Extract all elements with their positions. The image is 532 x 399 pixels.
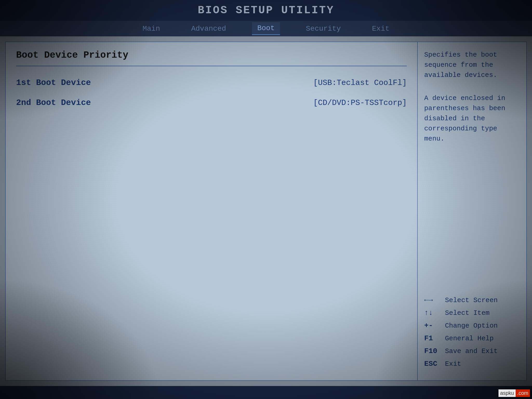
nav-bar: Main Advanced Boot Security Exit [0, 21, 532, 36]
boot-item-2-label: 2nd Boot Device [16, 98, 91, 108]
header-bar: BIOS SETUP UTILITY [0, 0, 532, 21]
key-f10: F10 [424, 347, 445, 355]
left-panel: Boot Device Priority 1st Boot Device [US… [5, 42, 418, 381]
tab-security[interactable]: Security [301, 23, 346, 35]
key-item-change: +- Change Option [424, 322, 520, 330]
key-plusminus: +- [424, 322, 445, 330]
right-panel: Specifies the boot sequence from the ava… [418, 42, 527, 381]
key-desc-esc: Exit [445, 360, 461, 368]
boot-item-2[interactable]: 2nd Boot Device [CD/DVD:PS-TSSTcorp] [16, 97, 407, 109]
boot-item-1[interactable]: 1st Boot Device [USB:Teclast CoolFl] [16, 77, 407, 89]
tab-exit[interactable]: Exit [367, 23, 395, 35]
key-desc-change: Change Option [445, 322, 498, 330]
tab-advanced[interactable]: Advanced [186, 23, 231, 35]
divider [16, 66, 407, 66]
watermark-com: .com [516, 389, 530, 397]
key-esc: ESC [424, 360, 445, 368]
key-arrows-ud: ↑↓ [424, 309, 445, 317]
bios-title: BIOS SETUP UTILITY [198, 4, 334, 17]
bios-screen: BIOS SETUP UTILITY Main Advanced Boot Se… [0, 0, 532, 399]
help-block-2: A device enclosed in parentheses has bee… [424, 93, 520, 149]
section-title: Boot Device Priority [16, 50, 407, 61]
key-desc-select-item: Select Item [445, 309, 490, 317]
tab-main[interactable]: Main [137, 23, 165, 35]
watermark-aspku: aspku [498, 389, 515, 397]
help-text-2: A device enclosed in parentheses has bee… [424, 93, 520, 144]
boot-item-2-value: [CD/DVD:PS-TSSTcorp] [313, 98, 407, 107]
key-item-esc: ESC Exit [424, 360, 520, 368]
tab-boot[interactable]: Boot [252, 22, 280, 35]
help-block-1: Specifies the boot sequence from the ava… [424, 50, 520, 85]
key-desc-f10: Save and Exit [445, 347, 498, 355]
status-bar [0, 386, 532, 399]
key-item-select-screen: ←→ Select Screen [424, 296, 520, 304]
key-f1: F1 [424, 334, 445, 342]
key-item-f10: F10 Save and Exit [424, 347, 520, 355]
boot-item-1-label: 1st Boot Device [16, 78, 91, 88]
help-text-1: Specifies the boot sequence from the ava… [424, 50, 520, 80]
key-desc-f1: General Help [445, 335, 494, 342]
key-item-select-item: ↑↓ Select Item [424, 309, 520, 317]
watermark: aspku .com [498, 389, 530, 397]
key-desc-select-screen: Select Screen [445, 296, 498, 304]
boot-item-1-value: [USB:Teclast CoolFl] [313, 78, 407, 87]
key-item-f1: F1 General Help [424, 334, 520, 342]
keys-section: ←→ Select Screen ↑↓ Select Item +- Chang… [424, 296, 520, 373]
key-arrows-lr: ←→ [424, 296, 445, 304]
main-area: Boot Device Priority 1st Boot Device [US… [0, 36, 532, 386]
